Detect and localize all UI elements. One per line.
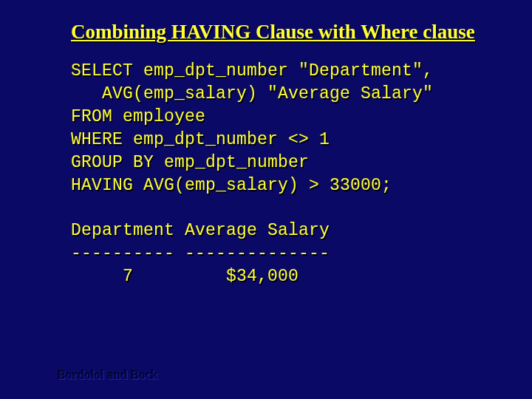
code-line: GROUP BY emp_dpt_number: [71, 153, 309, 172]
footer-text: Bordoloi and Bock: [58, 368, 158, 383]
result-divider: ---------- --------------: [71, 244, 330, 263]
result-row: 7 $34,000: [71, 267, 299, 286]
result-output: Department Average Salary ---------- ---…: [71, 219, 495, 288]
code-line: HAVING AVG(emp_salary) > 33000;: [71, 176, 392, 195]
code-line: SELECT emp_dpt_number "Department",: [71, 61, 433, 81]
slide-title: Combining HAVING Clause with Where claus…: [71, 21, 495, 44]
code-line: WHERE emp_dpt_number <> 1: [71, 130, 330, 149]
result-header: Department Average Salary: [71, 221, 330, 240]
spacer: [71, 197, 495, 219]
code-line: FROM employee: [71, 107, 205, 126]
slide: Combining HAVING Clause with Where claus…: [0, 0, 532, 399]
sql-code-block: SELECT emp_dpt_number "Department", AVG(…: [71, 60, 495, 197]
code-line: AVG(emp_salary) "Average Salary": [71, 84, 433, 103]
